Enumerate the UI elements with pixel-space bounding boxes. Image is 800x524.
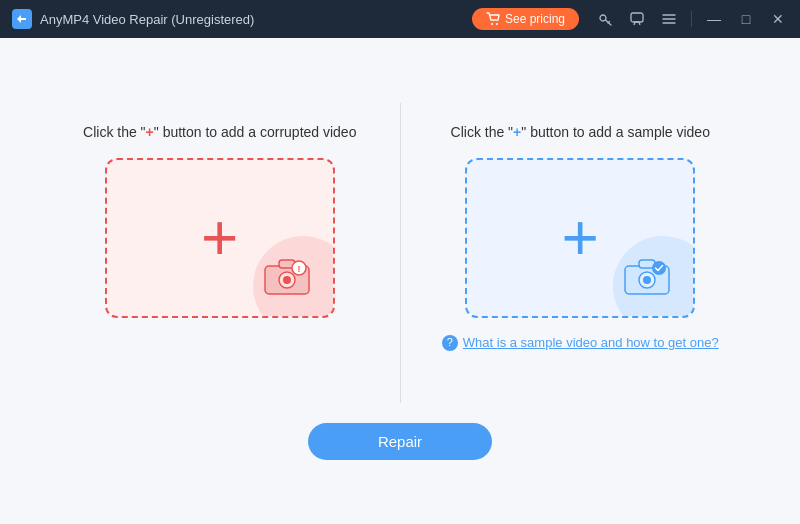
panels-container: Click the "+" button to add a corrupted …: [40, 103, 760, 403]
corrupted-instruction: Click the "+" button to add a corrupted …: [83, 123, 356, 143]
svg-rect-4: [631, 13, 643, 22]
corrupted-drop-zone[interactable]: + !: [105, 158, 335, 318]
svg-point-11: [283, 276, 291, 284]
key-icon-button[interactable]: [591, 5, 619, 33]
corrupted-video-panel: Click the "+" button to add a corrupted …: [40, 103, 400, 339]
cart-icon: [486, 12, 500, 26]
titlebar-right: See pricing — □: [472, 5, 792, 33]
titlebar: AnyMP4 Video Repair (Unregistered) See p…: [0, 0, 800, 38]
maximize-button[interactable]: □: [732, 5, 760, 33]
chat-icon: [630, 12, 644, 26]
close-button[interactable]: ✕: [764, 5, 792, 33]
svg-point-2: [496, 23, 498, 25]
main-content: Click the "+" button to add a corrupted …: [0, 38, 800, 524]
sample-plus-icon: +: [562, 206, 599, 270]
sample-video-panel: Click the "+" button to add a sample vid…: [401, 103, 761, 373]
sample-drop-zone[interactable]: +: [465, 158, 695, 318]
svg-point-1: [491, 23, 493, 25]
svg-point-18: [652, 261, 666, 275]
svg-text:!: !: [297, 264, 300, 274]
repair-button[interactable]: Repair: [308, 423, 492, 460]
app-title: AnyMP4 Video Repair (Unregistered): [40, 12, 254, 27]
sample-instruction: Click the "+" button to add a sample vid…: [451, 123, 710, 143]
key-icon: [598, 12, 612, 26]
chat-icon-button[interactable]: [623, 5, 651, 33]
hamburger-icon: [662, 12, 676, 26]
see-pricing-button[interactable]: See pricing: [472, 8, 579, 30]
titlebar-separator: [691, 11, 692, 27]
corrupted-plus-icon: +: [201, 206, 238, 270]
repair-btn-container: Repair: [308, 423, 492, 460]
sample-plus-text: +: [513, 124, 521, 140]
help-icon: ?: [442, 335, 458, 351]
app-logo-icon: [12, 9, 32, 29]
svg-point-17: [643, 276, 651, 284]
corrupted-plus-text: +: [146, 124, 154, 140]
corrupted-camera-icon: !: [261, 254, 313, 300]
sample-help-link[interactable]: ? What is a sample video and how to get …: [442, 334, 719, 352]
menu-icon-button[interactable]: [655, 5, 683, 33]
minimize-button[interactable]: —: [700, 5, 728, 33]
sample-camera-icon: [621, 254, 673, 300]
titlebar-left: AnyMP4 Video Repair (Unregistered): [12, 9, 254, 29]
